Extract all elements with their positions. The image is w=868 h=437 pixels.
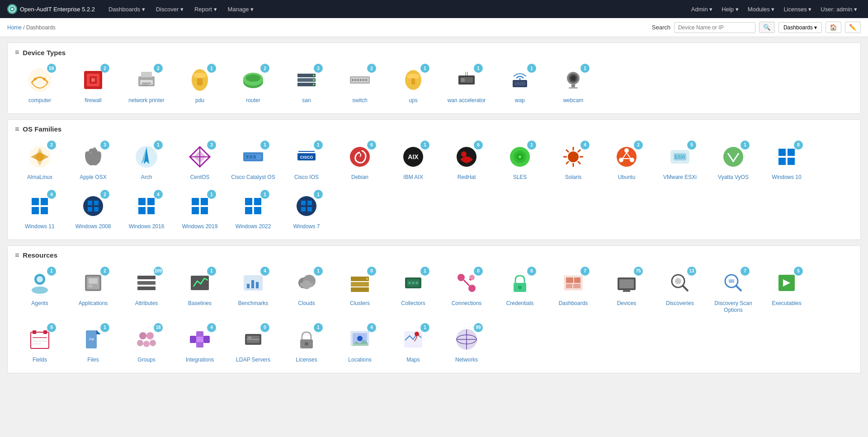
nav-report[interactable]: Report ▾ (190, 6, 222, 13)
icon-item-connections[interactable]: 0 Connections (442, 265, 491, 318)
icon-item-centos[interactable]: 3 CentOS (175, 139, 225, 185)
icon-item-windows-11[interactable]: 4 Windows 11 (15, 188, 65, 234)
icon-item-clusters[interactable]: 0 Clusters (335, 265, 385, 318)
icon-item-baselines[interactable]: 1 Baselines (175, 265, 225, 318)
icon-wrapper: 4 (25, 192, 54, 221)
icon-item-windows-2008[interactable]: 2 Windows 2008 (68, 188, 118, 234)
icon-item-pdu[interactable]: 1 pdu (175, 62, 225, 108)
icon-item-windows-10[interactable]: 8 Windows 10 (762, 139, 811, 185)
icon-item-dashboards[interactable]: 7 Dashboards (548, 265, 598, 318)
icon-item-networks[interactable]: 99 Networks (442, 321, 491, 367)
icon-item-vyatta-vyos[interactable]: 1 Vyatta VyOS (708, 139, 758, 185)
icon-item-ups[interactable]: 1 ups (388, 62, 438, 108)
nav-modules[interactable]: Modules ▾ (744, 4, 778, 14)
icon-badge: 1 (314, 190, 323, 199)
nav-help[interactable]: Help ▾ (718, 4, 742, 14)
svg-point-142 (366, 278, 368, 280)
icon-item-ubuntu[interactable]: 2 Ubuntu (602, 139, 651, 185)
icon-label: LDAP Servers (236, 357, 270, 364)
icon-item-discoveries[interactable]: 13 Discoveries (655, 265, 705, 318)
icon-item-ldap-servers[interactable]: 0 LDAP Servers (228, 321, 278, 367)
icon-wrapper: 1 (292, 268, 321, 297)
icon-wrapper: 6 (505, 268, 534, 297)
icon-item-firewall[interactable]: 2 firewall (68, 62, 118, 108)
icon-item-almalinux[interactable]: 2 AlmaLinux (15, 139, 65, 185)
breadcrumb-home[interactable]: Home (7, 24, 22, 31)
icon-item-windows-2019[interactable]: 1 Windows 2019 (175, 188, 225, 234)
icon-item-network-printer[interactable]: 2 network printer (122, 62, 171, 108)
icon-item-devices[interactable]: 75 Devices (602, 265, 651, 318)
icon-item-groups[interactable]: 18 Groups (122, 321, 171, 367)
svg-line-78 (566, 150, 569, 152)
icon-item-executables[interactable]: 5 Executables (762, 265, 811, 318)
icon-item-ibm-aix[interactable]: AIX 1 IBM AIX (388, 139, 438, 185)
nav-dashboards[interactable]: Dashboards ▾ (104, 6, 150, 13)
icon-item-agents[interactable]: 1 Agents (15, 265, 65, 318)
icon-item-apple-osx[interactable]: 3 Apple OSX (68, 139, 118, 185)
icon-item-discovery-scan-options[interactable]: 7 Discovery Scan Options (708, 265, 758, 318)
svg-point-195 (305, 342, 308, 346)
icon-label: Windows 2008 (75, 223, 111, 230)
icon-item-sles[interactable]: 1 SLES (495, 139, 545, 185)
svg-rect-132 (247, 284, 250, 288)
icon-item-webcam[interactable]: 1 webcam (548, 62, 598, 108)
icon-wrapper: 7 (719, 268, 748, 297)
svg-rect-185 (190, 336, 196, 343)
dashboard-dropdown[interactable]: Dashboards ▾ (778, 22, 822, 33)
icon-item-san[interactable]: 3 san (282, 62, 331, 108)
icon-badge: 6 (474, 141, 483, 150)
icon-item-clouds[interactable]: 1 Clouds (282, 265, 331, 318)
icon-item-wap[interactable]: 1 wap (495, 62, 545, 108)
search-button[interactable]: 🔍 (759, 22, 775, 33)
nav-discover[interactable]: Discover ▾ (151, 6, 188, 13)
nav-manage[interactable]: Manage ▾ (223, 6, 259, 13)
icon-item-cisco-ios[interactable]: CISCO 1 Cisco IOS (282, 139, 331, 185)
edit-button[interactable]: ✏️ (845, 22, 861, 33)
svg-point-2 (34, 78, 37, 80)
icon-wrapper: 5 (772, 268, 801, 297)
svg-point-51 (36, 153, 43, 160)
icon-item-files[interactable]: Aa 1 Files (68, 321, 118, 367)
icon-item-solaris[interactable]: 4 Solaris (548, 139, 598, 185)
icon-wrapper: 4 (559, 142, 588, 171)
icon-item-router[interactable]: 2 router (228, 62, 278, 108)
icon-item-collectors[interactable]: 1 Collectors (388, 265, 438, 318)
icon-label: IBM AIX (403, 174, 423, 181)
icon-item-wan-accelerator[interactable]: 1 wan accelerator (442, 62, 491, 108)
svg-point-115 (297, 196, 316, 216)
home-button[interactable]: 🏠 (826, 22, 841, 33)
icon-item-fields[interactable]: 9 Fields (15, 321, 65, 367)
search-input[interactable] (674, 22, 755, 33)
svg-rect-126 (89, 285, 92, 287)
nav-user[interactable]: User: admin ▾ (817, 4, 861, 14)
icon-badge: 5 (794, 267, 803, 276)
nav-licenses[interactable]: Licenses ▾ (780, 4, 815, 14)
nav-admin[interactable]: Admin ▾ (688, 4, 716, 14)
icon-label: Credentials (506, 300, 534, 307)
icon-item-computer[interactable]: 59 computer (15, 62, 65, 108)
icon-item-locations[interactable]: 4 Locations (335, 321, 385, 367)
icon-label: Files (87, 357, 99, 364)
svg-line-80 (578, 150, 580, 152)
icon-item-applications[interactable]: 2 Applications (68, 265, 118, 318)
icon-item-licenses[interactable]: 1 Licenses (282, 321, 331, 367)
icon-item-maps[interactable]: 1 Maps (388, 321, 438, 367)
resources-title: Resources (23, 251, 57, 259)
icon-item-integrations[interactable]: 4 Integrations (175, 321, 225, 367)
icon-wrapper: 1 (132, 142, 161, 171)
icon-label: CentOS (190, 174, 210, 181)
icon-badge: 2 (154, 64, 163, 73)
icon-item-windows-7[interactable]: 1 Windows 7 (282, 188, 331, 234)
icon-item-vmware-esxi[interactable]: ESXi 5 VMware ESXi (655, 139, 705, 185)
icon-item-benchmarks[interactable]: 4 Benchmarks (228, 265, 278, 318)
icon-item-switch[interactable]: 2 switch (335, 62, 385, 108)
icon-item-debian[interactable]: 6 Debian (335, 139, 385, 185)
svg-rect-118 (301, 207, 306, 211)
icon-item-redhat[interactable]: 6 RedHat (442, 139, 491, 185)
icon-item-attributes[interactable]: 209 Attributes (122, 265, 171, 318)
icon-item-windows-2016[interactable]: 4 Windows 2016 (122, 188, 171, 234)
icon-item-windows-2022[interactable]: 1 Windows 2022 (228, 188, 278, 234)
icon-item-arch[interactable]: 1 Arch (122, 139, 171, 185)
icon-item-cisco-catalyst-os[interactable]: 1 Cisco Catalyst OS (228, 139, 278, 185)
icon-item-credentials[interactable]: 6 Credentials (495, 265, 545, 318)
